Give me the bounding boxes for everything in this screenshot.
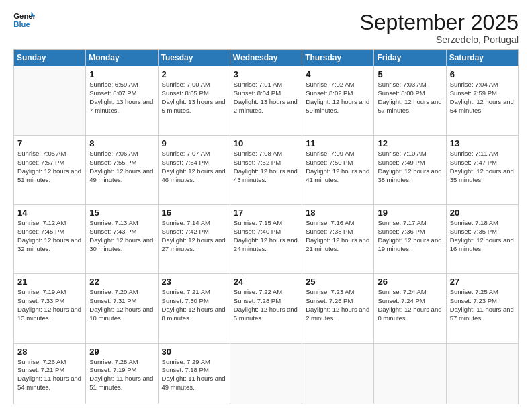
- header-saturday: Saturday: [446, 50, 518, 66]
- day-info: Sunrise: 7:23 AM Sunset: 7:26 PM Dayligh…: [306, 288, 370, 322]
- table-row: [230, 343, 302, 404]
- day-number: 12: [378, 138, 442, 148]
- table-row: 17Sunrise: 7:15 AM Sunset: 7:40 PM Dayli…: [230, 205, 302, 274]
- table-row: 16Sunrise: 7:14 AM Sunset: 7:42 PM Dayli…: [158, 205, 230, 274]
- day-info: Sunrise: 7:28 AM Sunset: 7:19 PM Dayligh…: [89, 358, 154, 392]
- day-number: 22: [89, 277, 154, 287]
- day-number: 5: [378, 69, 442, 79]
- weekday-header-row: Sunday Monday Tuesday Wednesday Thursday…: [14, 50, 519, 66]
- calendar-week-row: 14Sunrise: 7:12 AM Sunset: 7:45 PM Dayli…: [14, 205, 519, 274]
- day-info: Sunrise: 7:14 AM Sunset: 7:42 PM Dayligh…: [162, 219, 226, 253]
- day-number: 27: [450, 277, 515, 287]
- table-row: [302, 343, 374, 404]
- table-row: 24Sunrise: 7:22 AM Sunset: 7:28 PM Dayli…: [230, 274, 302, 343]
- day-number: 21: [17, 277, 82, 287]
- header-tuesday: Tuesday: [158, 50, 230, 66]
- day-info: Sunrise: 7:05 AM Sunset: 7:57 PM Dayligh…: [17, 150, 82, 184]
- calendar-week-row: 21Sunrise: 7:19 AM Sunset: 7:33 PM Dayli…: [14, 274, 519, 343]
- table-row: 4Sunrise: 7:02 AM Sunset: 8:02 PM Daylig…: [302, 66, 374, 136]
- day-info: Sunrise: 7:16 AM Sunset: 7:38 PM Dayligh…: [306, 219, 370, 253]
- day-number: 1: [89, 69, 154, 79]
- day-info: Sunrise: 7:13 AM Sunset: 7:43 PM Dayligh…: [89, 219, 154, 253]
- table-row: 2Sunrise: 7:00 AM Sunset: 8:05 PM Daylig…: [158, 66, 230, 136]
- table-row: 1Sunrise: 6:59 AM Sunset: 8:07 PM Daylig…: [86, 66, 158, 136]
- day-info: Sunrise: 7:29 AM Sunset: 7:18 PM Dayligh…: [162, 358, 226, 392]
- day-number: 16: [162, 208, 226, 218]
- day-number: 18: [306, 208, 370, 218]
- table-row: 11Sunrise: 7:09 AM Sunset: 7:50 PM Dayli…: [302, 136, 374, 205]
- table-row: 3Sunrise: 7:01 AM Sunset: 8:04 PM Daylig…: [230, 66, 302, 136]
- day-number: 4: [306, 69, 370, 79]
- day-number: 29: [89, 347, 154, 357]
- day-number: 13: [450, 138, 515, 148]
- svg-text:Blue: Blue: [13, 20, 30, 28]
- day-number: 15: [89, 208, 154, 218]
- day-info: Sunrise: 7:01 AM Sunset: 8:04 PM Dayligh…: [234, 81, 298, 115]
- day-info: Sunrise: 7:18 AM Sunset: 7:35 PM Dayligh…: [450, 219, 515, 253]
- day-info: Sunrise: 7:20 AM Sunset: 7:31 PM Dayligh…: [89, 288, 154, 322]
- day-number: 6: [450, 69, 515, 79]
- table-row: 23Sunrise: 7:21 AM Sunset: 7:30 PM Dayli…: [158, 274, 230, 343]
- table-row: 21Sunrise: 7:19 AM Sunset: 7:33 PM Dayli…: [14, 274, 86, 343]
- day-number: 24: [234, 277, 298, 287]
- table-row: 26Sunrise: 7:24 AM Sunset: 7:24 PM Dayli…: [374, 274, 446, 343]
- day-info: Sunrise: 7:17 AM Sunset: 7:36 PM Dayligh…: [378, 219, 442, 253]
- table-row: 9Sunrise: 7:07 AM Sunset: 7:54 PM Daylig…: [158, 136, 230, 205]
- table-row: [374, 343, 446, 404]
- day-info: Sunrise: 7:25 AM Sunset: 7:23 PM Dayligh…: [450, 288, 515, 322]
- day-number: 7: [17, 138, 82, 148]
- day-info: Sunrise: 7:24 AM Sunset: 7:24 PM Dayligh…: [378, 288, 442, 322]
- day-number: 2: [162, 69, 226, 79]
- table-row: 15Sunrise: 7:13 AM Sunset: 7:43 PM Dayli…: [86, 205, 158, 274]
- day-info: Sunrise: 7:10 AM Sunset: 7:49 PM Dayligh…: [378, 150, 442, 184]
- table-row: 28Sunrise: 7:26 AM Sunset: 7:21 PM Dayli…: [14, 343, 86, 404]
- header-thursday: Thursday: [302, 50, 374, 66]
- day-number: 25: [306, 277, 370, 287]
- header-wednesday: Wednesday: [230, 50, 302, 66]
- day-info: Sunrise: 6:59 AM Sunset: 8:07 PM Dayligh…: [89, 81, 154, 115]
- day-number: 28: [17, 347, 82, 357]
- table-row: 8Sunrise: 7:06 AM Sunset: 7:55 PM Daylig…: [86, 136, 158, 205]
- table-row: 25Sunrise: 7:23 AM Sunset: 7:26 PM Dayli…: [302, 274, 374, 343]
- day-info: Sunrise: 7:22 AM Sunset: 7:28 PM Dayligh…: [234, 288, 298, 322]
- day-info: Sunrise: 7:15 AM Sunset: 7:40 PM Dayligh…: [234, 219, 298, 253]
- title-block: September 2025 Serzedelo, Portugal: [359, 11, 519, 45]
- table-row: 14Sunrise: 7:12 AM Sunset: 7:45 PM Dayli…: [14, 205, 86, 274]
- day-info: Sunrise: 7:03 AM Sunset: 8:00 PM Dayligh…: [378, 81, 442, 115]
- header-sunday: Sunday: [14, 50, 86, 66]
- day-number: 14: [17, 208, 82, 218]
- header-friday: Friday: [374, 50, 446, 66]
- day-number: 9: [162, 138, 226, 148]
- calendar-week-row: 1Sunrise: 6:59 AM Sunset: 8:07 PM Daylig…: [14, 66, 519, 136]
- table-row: 10Sunrise: 7:08 AM Sunset: 7:52 PM Dayli…: [230, 136, 302, 205]
- header: General Blue September 2025 Serzedelo, P…: [13, 11, 519, 45]
- day-info: Sunrise: 7:08 AM Sunset: 7:52 PM Dayligh…: [234, 150, 298, 184]
- day-number: 10: [234, 138, 298, 148]
- day-number: 8: [89, 138, 154, 148]
- table-row: 30Sunrise: 7:29 AM Sunset: 7:18 PM Dayli…: [158, 343, 230, 404]
- table-row: 22Sunrise: 7:20 AM Sunset: 7:31 PM Dayli…: [86, 274, 158, 343]
- calendar-table: Sunday Monday Tuesday Wednesday Thursday…: [13, 49, 519, 404]
- month-title: September 2025: [359, 11, 519, 34]
- location: Serzedelo, Portugal: [359, 34, 519, 45]
- logo: General Blue: [13, 11, 35, 30]
- day-info: Sunrise: 7:02 AM Sunset: 8:02 PM Dayligh…: [306, 81, 370, 115]
- day-info: Sunrise: 7:21 AM Sunset: 7:30 PM Dayligh…: [162, 288, 226, 322]
- day-number: 17: [234, 208, 298, 218]
- day-info: Sunrise: 7:19 AM Sunset: 7:33 PM Dayligh…: [17, 288, 82, 322]
- table-row: 13Sunrise: 7:11 AM Sunset: 7:47 PM Dayli…: [446, 136, 518, 205]
- day-info: Sunrise: 7:26 AM Sunset: 7:21 PM Dayligh…: [17, 358, 82, 392]
- day-info: Sunrise: 7:11 AM Sunset: 7:47 PM Dayligh…: [450, 150, 515, 184]
- table-row: [14, 66, 86, 136]
- table-row: 12Sunrise: 7:10 AM Sunset: 7:49 PM Dayli…: [374, 136, 446, 205]
- logo-icon: General Blue: [13, 11, 35, 30]
- day-number: 20: [450, 208, 515, 218]
- day-number: 11: [306, 138, 370, 148]
- day-info: Sunrise: 7:06 AM Sunset: 7:55 PM Dayligh…: [89, 150, 154, 184]
- calendar-week-row: 7Sunrise: 7:05 AM Sunset: 7:57 PM Daylig…: [14, 136, 519, 205]
- day-number: 19: [378, 208, 442, 218]
- day-number: 30: [162, 347, 226, 357]
- day-info: Sunrise: 7:07 AM Sunset: 7:54 PM Dayligh…: [162, 150, 226, 184]
- day-number: 3: [234, 69, 298, 79]
- day-info: Sunrise: 7:09 AM Sunset: 7:50 PM Dayligh…: [306, 150, 370, 184]
